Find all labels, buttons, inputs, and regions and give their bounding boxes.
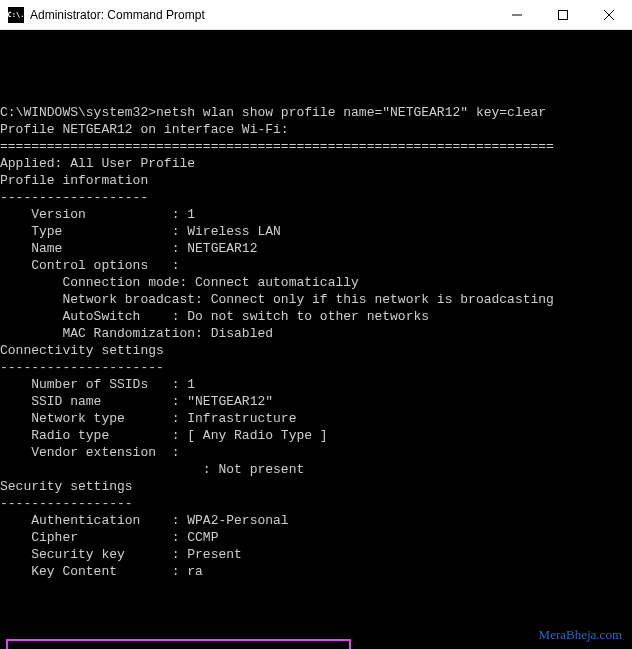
connectivity-row: Number of SSIDs : 1 <box>0 376 632 393</box>
command-line: C:\WINDOWS\system32>netsh wlan show prof… <box>0 104 632 121</box>
profile-info-row: Name : NETGEAR12 <box>0 240 632 257</box>
security-row: Cipher : CCMP <box>0 529 632 546</box>
rule: ========================================… <box>0 138 632 155</box>
security-row: Authentication : WPA2-Personal <box>0 512 632 529</box>
security-title: Security settings <box>0 478 632 495</box>
connectivity-row: Vendor extension : <box>0 444 632 461</box>
connectivity-row: SSID name : "NETGEAR12" <box>0 393 632 410</box>
close-icon <box>604 10 614 20</box>
profile-info-rule: ------------------- <box>0 189 632 206</box>
profile-info-title: Profile information <box>0 172 632 189</box>
key-content-highlight <box>6 639 351 649</box>
watermark: MeraBheja.com <box>539 626 622 643</box>
minimize-icon <box>512 10 522 20</box>
connectivity-rule: --------------------- <box>0 359 632 376</box>
command-prompt-window: C:\. Administrator: Command Prompt MeraB… <box>0 0 632 649</box>
titlebar[interactable]: C:\. Administrator: Command Prompt <box>0 0 632 30</box>
security-row: Key Content : raxxxxxxxxxxxxxx <box>0 563 632 580</box>
connectivity-vendor-tail: : Not present <box>0 461 632 478</box>
minimize-button[interactable] <box>494 0 540 30</box>
svg-rect-1 <box>559 10 568 19</box>
app-icon: C:\. <box>8 7 24 23</box>
security-rule: ----------------- <box>0 495 632 512</box>
profile-info-row: Control options : <box>0 257 632 274</box>
connectivity-row: Network type : Infrastructure <box>0 410 632 427</box>
profile-header: Profile NETGEAR12 on interface Wi-Fi: <box>0 121 632 138</box>
profile-info-row: Version : 1 <box>0 206 632 223</box>
terminal-output[interactable]: MeraBheja.com C:\WINDOWS\system32>netsh … <box>0 30 632 649</box>
security-row: Security key : Present <box>0 546 632 563</box>
maximize-button[interactable] <box>540 0 586 30</box>
profile-info-row: MAC Randomization: Disabled <box>0 325 632 342</box>
window-title: Administrator: Command Prompt <box>30 8 205 22</box>
applied-line: Applied: All User Profile <box>0 155 632 172</box>
profile-info-row: Connection mode: Connect automatically <box>0 274 632 291</box>
close-button[interactable] <box>586 0 632 30</box>
connectivity-title: Connectivity settings <box>0 342 632 359</box>
profile-info-row: AutoSwitch : Do not switch to other netw… <box>0 308 632 325</box>
profile-info-row: Type : Wireless LAN <box>0 223 632 240</box>
connectivity-row: Radio type : [ Any Radio Type ] <box>0 427 632 444</box>
profile-info-row: Network broadcast: Connect only if this … <box>0 291 632 308</box>
maximize-icon <box>558 10 568 20</box>
